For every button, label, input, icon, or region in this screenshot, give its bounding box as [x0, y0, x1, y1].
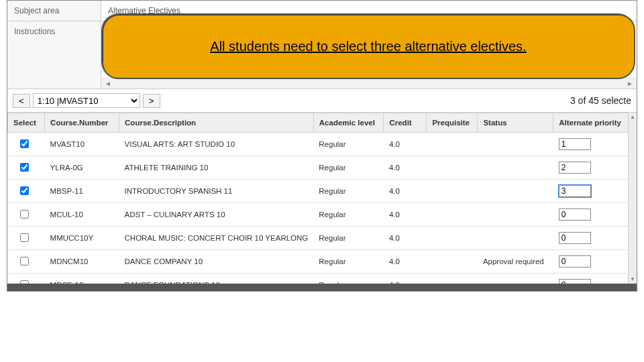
col-course-description[interactable]: Course.Description: [119, 113, 314, 133]
cell-status: [478, 227, 553, 250]
scroll-left-icon[interactable]: ◄: [104, 80, 112, 88]
col-course-number[interactable]: Course.Number: [45, 113, 119, 133]
table-row: MVAST10VISUAL ARTS: ART STUDIO 10Regular…: [8, 133, 637, 156]
pager-bar: < 1:10 |MVAST10 > 3 of 45 selecte: [7, 89, 637, 113]
callout-text: All students need to select three altern…: [210, 39, 526, 54]
alternate-priority-input[interactable]: [559, 232, 591, 244]
alternate-priority-input[interactable]: [559, 255, 591, 267]
col-status[interactable]: Status: [478, 113, 553, 133]
table-row: YLRA-0GATHLETE TRAINING 10Regular4.0: [8, 156, 637, 180]
cell-course-number: MDCF-10: [45, 274, 119, 284]
pager-prev-button[interactable]: <: [13, 94, 30, 108]
cell-academic-level: Regular: [313, 156, 384, 180]
instructions-value: All students need to select three altern…: [101, 21, 637, 88]
cell-status: [478, 156, 553, 180]
instructions-label: Instructions: [7, 21, 101, 88]
cell-status: [478, 274, 553, 284]
frame-bottom-border: [7, 284, 637, 291]
cell-academic-level: Regular: [313, 250, 384, 274]
cell-status: Approval required: [478, 250, 553, 274]
select-checkbox[interactable]: [20, 257, 29, 265]
table-row: MCUL-10ADST – CULINARY ARTS 10Regular4.0: [8, 203, 637, 227]
alternate-priority-input[interactable]: [559, 138, 591, 150]
cell-credit: 4.0: [384, 180, 427, 203]
table-row: MBSP-11INTRODUCTORY SPANISH 11Regular4.0: [8, 180, 637, 203]
cell-prerequisite: [427, 156, 478, 180]
cell-course-number: YLRA-0G: [45, 156, 119, 180]
pager-range-select[interactable]: 1:10 |MVAST10: [33, 93, 140, 108]
cell-credit: 4.0: [384, 250, 427, 274]
cell-credit: 4.0: [384, 133, 427, 156]
select-checkbox[interactable]: [20, 139, 29, 148]
selection-count: 3 of 45 selecte: [570, 95, 631, 106]
cell-academic-level: Regular: [313, 180, 384, 203]
course-table: Select Course.Number Course.Description …: [7, 113, 637, 284]
table-row: MDCF-10DANCE FOUNDATIONS 10Regular4.0: [8, 274, 637, 284]
table-header-row: Select Course.Number Course.Description …: [8, 113, 637, 133]
table-row: MDNCM10DANCE COMPANY 10Regular4.0Approva…: [8, 250, 637, 274]
cell-prerequisite: [427, 203, 478, 227]
select-checkbox[interactable]: [20, 163, 29, 172]
cell-course-number: MBSP-11: [45, 180, 119, 203]
app-frame: Subject area Alternative Electives Instr…: [7, 0, 637, 292]
alternate-priority-input[interactable]: [559, 185, 591, 197]
pager-next-button[interactable]: >: [143, 94, 160, 108]
cell-academic-level: Regular: [313, 274, 384, 284]
cell-credit: 4.0: [384, 274, 427, 284]
cell-credit: 4.0: [384, 156, 427, 180]
col-prerequisite[interactable]: Prequisite: [427, 113, 478, 133]
cell-academic-level: Regular: [313, 133, 384, 156]
cell-course-description: CHORAL MUSIC: CONCERT CHOIR 10 YEARLONG: [119, 227, 314, 250]
cell-prerequisite: [427, 180, 478, 203]
cell-course-description: DANCE FOUNDATIONS 10: [119, 274, 314, 284]
cell-course-description: ATHLETE TRAINING 10: [119, 156, 314, 180]
select-checkbox[interactable]: [20, 186, 29, 195]
cell-academic-level: Regular: [313, 227, 384, 250]
subject-area-label: Subject area: [7, 1, 101, 21]
table-row: MMUCC10YCHORAL MUSIC: CONCERT CHOIR 10 Y…: [8, 227, 637, 250]
cell-course-number: MCUL-10: [45, 203, 119, 227]
cell-prerequisite: [427, 133, 478, 156]
select-checkbox[interactable]: [20, 233, 29, 242]
col-alternate-priority[interactable]: Alternate priority: [553, 113, 637, 133]
cell-course-description: INTRODUCTORY SPANISH 11: [119, 180, 314, 203]
cell-prerequisite: [427, 227, 478, 250]
cell-status: [478, 133, 553, 156]
scroll-right-icon[interactable]: ►: [626, 80, 634, 88]
alternate-priority-input[interactable]: [559, 279, 591, 284]
cell-course-number: MDNCM10: [45, 250, 119, 274]
cell-academic-level: Regular: [313, 203, 384, 227]
cell-prerequisite: [427, 250, 478, 274]
cell-status: [478, 180, 553, 203]
cell-credit: 4.0: [384, 203, 427, 227]
cell-course-description: ADST – CULINARY ARTS 10: [119, 203, 314, 227]
instructions-scrollbar[interactable]: ◄ ►: [101, 78, 637, 88]
alternate-priority-input[interactable]: [559, 208, 591, 221]
cell-credit: 4.0: [384, 227, 427, 250]
table-wrap: Select Course.Number Course.Description …: [7, 113, 637, 284]
cell-course-number: MVAST10: [45, 133, 119, 156]
table-vertical-scrollbar[interactable]: ▲ ▼: [628, 113, 637, 284]
select-checkbox[interactable]: [20, 210, 29, 219]
alternate-priority-input[interactable]: [559, 162, 591, 174]
col-credit[interactable]: Credit: [384, 113, 427, 133]
cell-prerequisite: [427, 274, 478, 284]
cell-course-description: VISUAL ARTS: ART STUDIO 10: [119, 133, 314, 156]
cell-course-description: DANCE COMPANY 10: [119, 250, 314, 274]
cell-status: [478, 203, 553, 227]
col-select[interactable]: Select: [8, 113, 45, 133]
instructions-callout: All students need to select three altern…: [101, 13, 635, 79]
scroll-down-icon[interactable]: ▼: [630, 276, 635, 282]
col-academic-level[interactable]: Academic level: [313, 113, 384, 133]
select-checkbox[interactable]: [20, 280, 29, 284]
scroll-up-icon[interactable]: ▲: [630, 114, 635, 120]
instructions-row: Instructions All students need to select…: [7, 21, 637, 89]
cell-course-number: MMUCC10Y: [45, 227, 119, 250]
